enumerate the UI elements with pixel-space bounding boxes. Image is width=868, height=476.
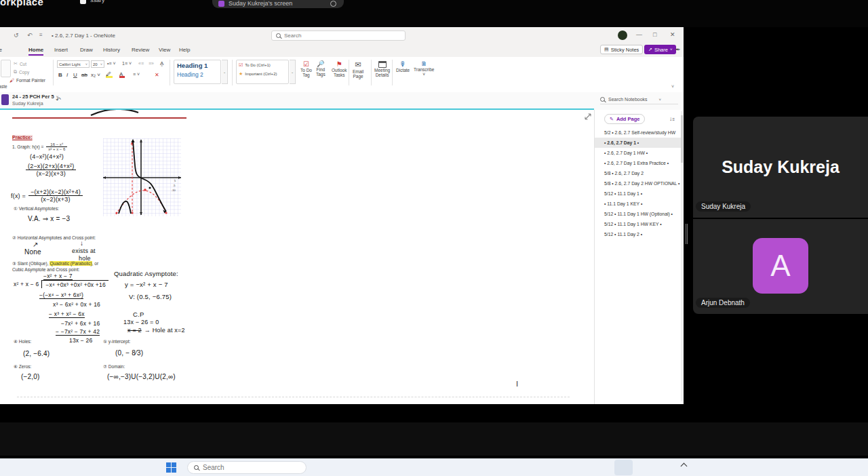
highlight-button[interactable]: 🖉 [106, 71, 113, 78]
search-notebooks[interactable]: Search Notebooks ˅ [600, 95, 678, 104]
division-divisor: x² + x − 6 [14, 281, 39, 287]
page-list-item[interactable]: 5/12 • 11.1 Day 2 • [595, 229, 682, 239]
domain-answer: (−∞,−3)U(−3,2)U(2,∞) [107, 373, 176, 380]
dictate-button[interactable]: 🎙 Dictate [396, 60, 410, 73]
zoom-logo-icon [218, 1, 224, 7]
tags-gallery: ☑To Do (Ctrl+1) ★Important (Ctrl+2) [236, 60, 289, 84]
ribbon-collapse-icon[interactable]: ˅ [671, 84, 674, 89]
undo-icon[interactable]: ↶ [27, 32, 33, 39]
page-list-item[interactable]: • 2.6, 2.7 Day 1 HW • [595, 148, 682, 158]
viewing-banner-text: Suday Kukreja's screen [229, 0, 292, 7]
page-list-item[interactable]: 5/2 • 2.6, 2.7 Self-review/study HW [595, 127, 682, 138]
none-arrow: ↗ [33, 241, 39, 248]
division-dividend: −x⁴ +0x³ +0x² +0x +16 [41, 280, 108, 288]
menu-home[interactable]: Home [28, 47, 43, 56]
share-button[interactable]: ↗ Share ˅ [644, 45, 676, 54]
todo-tag-button[interactable]: ☑ To DoTag [300, 60, 312, 77]
underline-button[interactable]: U [73, 72, 77, 78]
tag-important[interactable]: ★Important (Ctrl+2) [237, 68, 288, 77]
tab-icon[interactable] [80, 0, 86, 4]
font-color-button[interactable]: A [119, 71, 125, 78]
styles-scroll[interactable]: ⌄ [222, 60, 228, 84]
menu-file[interactable]: File [0, 47, 7, 53]
menu-help[interactable]: Help [179, 47, 190, 53]
outlook-flag-icon: ⚑ [332, 60, 347, 68]
font-size-select[interactable]: 20˅ [91, 60, 104, 68]
transcribe-button[interactable]: 🗎 Transcribe˅ [414, 60, 434, 77]
account-avatar[interactable] [618, 31, 627, 40]
menu-icon[interactable]: ≡ [39, 32, 43, 38]
panel-resize-handle[interactable] [686, 224, 688, 244]
notebook-bar: 24 - 25 PCH Per 5 ˅ Suday Kukreja ↶ Sear… [0, 92, 684, 110]
expand-page-icon[interactable] [585, 113, 591, 120]
notebook-selector[interactable]: 24 - 25 PCH Per 5 ˅ [12, 94, 58, 100]
quad-asymptote-eq: y = −x² + x − 7 [125, 281, 168, 288]
tags-scroll[interactable]: ⌄ [290, 60, 296, 84]
page-list-item[interactable]: 5/8 • 2.6, 2.7 Day 2 [595, 168, 682, 178]
menu-insert[interactable]: Insert [54, 47, 68, 53]
menu-history[interactable]: History [103, 47, 120, 53]
taskbar-search-input[interactable] [203, 464, 284, 471]
cross-point-eq: 13x − 26 = 0 [123, 319, 159, 325]
meeting-details-button[interactable]: MeetingDetails [374, 61, 390, 77]
timer-icon[interactable] [330, 1, 336, 7]
zoom-app-active-highlight[interactable] [614, 460, 633, 475]
menu-view[interactable]: View [159, 47, 170, 53]
find-tags-button[interactable]: 🔎 FindTags [316, 60, 326, 77]
tray-chevron-icon[interactable] [681, 463, 688, 470]
page-list-item-selected[interactable]: • 2.6, 2.7 Day 1 • [595, 138, 682, 148]
start-button[interactable] [166, 462, 176, 473]
page-list-item[interactable]: 5/8 • 2.6, 2.7 Day 2 HW OPTIONAL • [595, 178, 682, 189]
notebook-undo-icon[interactable]: ↶ [56, 96, 61, 103]
minimize-button[interactable]: — [636, 31, 642, 38]
page-list-item[interactable]: 5/12 • 11.1 Day 1 HW (Optional) • [595, 209, 682, 219]
section-6-header: ⑥ Zeros: [14, 364, 31, 370]
styles-gallery[interactable]: Heading 1 Heading 2 [174, 60, 221, 84]
email-page-button[interactable]: ✉ EmailPage [353, 60, 363, 79]
strikethrough-button[interactable]: ab [81, 72, 87, 78]
font-family-select[interactable]: Calibri Light˅ [57, 60, 90, 68]
page-canvas[interactable]: Practice: 1. Graph: h(x) = 16 − x⁴ x² + … [0, 110, 594, 404]
cut-button[interactable]: ✂Cut [14, 61, 26, 66]
numbering-button[interactable]: 1≡ ˅ [122, 61, 132, 66]
work-line-2: (2−x)(2+x)(4+x²) (x−2)(x+3) [26, 163, 76, 177]
tag-todo[interactable]: ☑To Do (Ctrl+1) [237, 60, 288, 68]
titlebar-search[interactable] [271, 31, 406, 41]
menu-draw[interactable]: Draw [80, 47, 93, 53]
paste-button[interactable] [1, 60, 11, 77]
italic-button[interactable]: I [66, 72, 68, 78]
align-button[interactable]: ≡ ˅ [133, 72, 140, 77]
copy-button[interactable]: ⧉Copy [14, 69, 29, 75]
heading1-style[interactable]: Heading 1 [174, 60, 220, 69]
taskbar-search[interactable] [187, 461, 307, 474]
subscript-button[interactable]: x₂ ˅ [91, 72, 100, 78]
bullets-button[interactable]: •≡ ˅ [107, 61, 116, 66]
delete-button[interactable]: ✕ [155, 72, 159, 78]
video-tile-participant[interactable]: A Arjun Debnath [693, 219, 868, 314]
sticky-notes-button[interactable]: ▤ Sticky Notes [600, 45, 643, 54]
heading2-style[interactable]: Heading 2 [174, 69, 220, 78]
clear-formatting-button[interactable]: Ḁ [160, 60, 163, 66]
maximize-button[interactable]: □ [653, 31, 656, 38]
none-answer: None [24, 248, 41, 256]
outdent-button[interactable]: «≡ [138, 61, 144, 66]
page-list-item[interactable]: • 2.6, 2.7 Day 1 Extra Practice • [595, 158, 682, 168]
pages-scrollbar[interactable] [681, 111, 683, 401]
format-painter-button[interactable]: 🖌Format Painter [9, 78, 45, 83]
video-tile-speaker[interactable]: Suday Kukreja Suday Kukreja [693, 117, 868, 218]
tab-title[interactable]: ssary [90, 0, 105, 3]
page-list-item[interactable]: 5/12 • 11.1 Day 1 • [595, 189, 682, 199]
outlook-tasks-button[interactable]: ⚑ OutlookTasks [332, 60, 347, 77]
viewing-screen-banner[interactable]: Suday Kukreja's screen [212, 0, 344, 8]
close-button[interactable]: ✕ [670, 31, 675, 38]
sort-pages-icon[interactable]: ↓≡ [669, 115, 675, 122]
sync-icon[interactable]: ↺ [14, 32, 19, 39]
page-list-item[interactable]: 5/12 • 11.1 Day 1 HW KEY • [595, 219, 682, 229]
indent-button[interactable]: ≡» [149, 61, 154, 66]
add-page-button[interactable]: ✎ Add Page [604, 114, 645, 124]
bold-button[interactable]: B [58, 72, 62, 78]
feedback-pen-icon[interactable]: ✒ [675, 46, 681, 53]
search-input[interactable] [284, 33, 386, 39]
page-list-item[interactable]: • 11.1 Day 1 KEY • [595, 199, 682, 209]
menu-review[interactable]: Review [132, 47, 149, 53]
